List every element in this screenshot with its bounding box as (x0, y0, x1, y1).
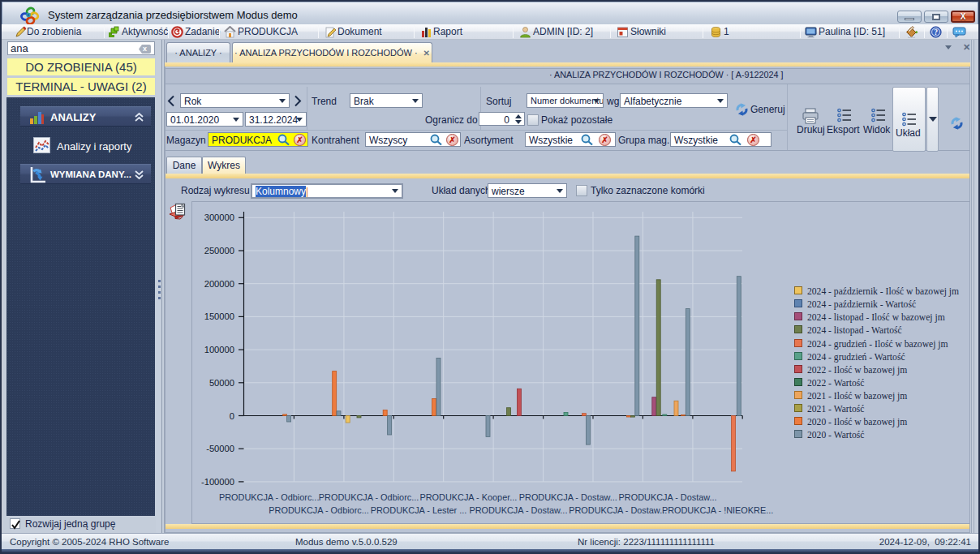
svg-text:100000: 100000 (204, 345, 234, 354)
svg-text:50000: 50000 (209, 378, 234, 388)
svg-text:PRODUKCJA - Dostaw...: PRODUKCJA - Dostaw... (519, 492, 617, 502)
svg-text:PRODUKCJA - Lester ...: PRODUKCJA - Lester ... (371, 505, 467, 515)
svg-text:PRODUKCJA - !NIEOKRE...: PRODUKCJA - !NIEOKRE... (662, 505, 773, 515)
svg-text:PRODUKCJA - Dostaw...: PRODUKCJA - Dostaw... (469, 505, 567, 515)
svg-text:PRODUKCJA - Dostaw...: PRODUKCJA - Dostaw... (619, 492, 717, 502)
svg-text:PRODUKCJA - Kooper...: PRODUKCJA - Kooper... (419, 492, 517, 502)
svg-text:150000: 150000 (204, 311, 234, 321)
svg-text:PRODUKCJA - Odbiorc...: PRODUKCJA - Odbiorc... (219, 492, 319, 502)
svg-text:PRODUKCJA - Dostaw...: PRODUKCJA - Dostaw... (569, 505, 667, 515)
svg-text:?: ? (934, 28, 938, 37)
svg-text:300000: 300000 (204, 213, 234, 222)
svg-text:-100000: -100000 (201, 477, 234, 487)
svg-text:0: 0 (230, 411, 234, 421)
svg-text:PRODUKCJA - Odbiorc...: PRODUKCJA - Odbiorc... (319, 492, 419, 502)
svg-text:250000: 250000 (204, 246, 234, 256)
svg-text:PRODUKCJA - Odbiorc...: PRODUKCJA - Odbiorc... (269, 505, 368, 515)
svg-text:200000: 200000 (204, 279, 234, 289)
svg-text:-50000: -50000 (206, 444, 234, 453)
